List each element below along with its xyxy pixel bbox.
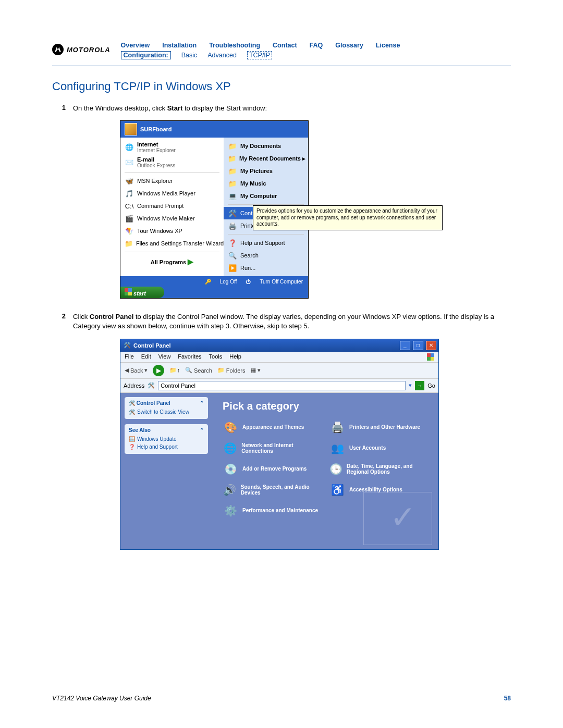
side-pane: 🛠️ Control Panel ⌃ 🛠️ Switch to Classic … <box>120 393 212 549</box>
app-icon: 🦋 <box>125 176 134 186</box>
nav-glossary[interactable]: Glossary <box>335 42 363 49</box>
category-item[interactable]: 🔊Sounds, Speech, and Audio Devices <box>223 482 321 498</box>
start-menu-username: SURFboard <box>140 126 172 132</box>
step-2-number: 2 <box>52 312 66 331</box>
nav-sub-basic[interactable]: Basic <box>181 52 198 59</box>
nav-installation[interactable]: Installation <box>162 42 197 49</box>
page-number: 58 <box>504 695 511 702</box>
start-menu-left-item[interactable]: 🌐InternetInternet Explorer <box>120 140 224 155</box>
menu-tools[interactable]: Tools <box>209 353 223 361</box>
help-support-link[interactable]: ❓ Help and Support <box>129 443 204 451</box>
nav-license[interactable]: License <box>376 42 400 49</box>
start-menu-left-item[interactable]: 📁Files and Settings Transfer Wizard <box>120 237 224 250</box>
nav-sub-tcpip[interactable]: TCP/IP <box>247 51 272 59</box>
window-titlebar: 🛠️ Control Panel _ □ ✕ <box>120 339 438 352</box>
step-2: 2 Click Control Panel to display the Con… <box>52 312 511 331</box>
all-programs-button[interactable]: All Programs ▶ <box>120 254 224 269</box>
category-icon: 👥 <box>329 440 345 456</box>
category-item[interactable]: 💿Add or Remove Programs <box>223 461 321 477</box>
turnoff-button[interactable]: ⏻ Turn Off Computer <box>246 279 303 285</box>
address-input[interactable] <box>158 381 406 390</box>
start-menu-footer: 🔑 Log Off ⏻ Turn Off Computer <box>120 276 308 287</box>
start-menu-right-pane: 📁My Documents📁My Recent Documents ▸📁My P… <box>224 138 308 276</box>
folder-icon: 📁 <box>228 179 237 188</box>
category-icon: 💿 <box>223 461 238 477</box>
menu-view[interactable]: View <box>158 353 171 361</box>
start-menu-left-item[interactable]: 🪁Tour Windows XP <box>120 225 224 237</box>
start-menu-left-item[interactable]: ✉️E-mailOutlook Express <box>120 155 224 170</box>
category-icon: ⚙️ <box>223 503 238 519</box>
nav-configuration-label[interactable]: Configuration: <box>121 51 171 59</box>
nav-sub-advanced[interactable]: Advanced <box>207 52 237 59</box>
address-dropdown[interactable]: ▾ <box>409 382 412 389</box>
start-menu-left-item[interactable]: 🎬Windows Movie Maker <box>120 212 224 225</box>
switch-classic-view-link[interactable]: 🛠️ Switch to Classic View <box>129 408 204 416</box>
address-bar: Address 🛠️ ▾ → Go <box>120 379 438 393</box>
views-button[interactable]: ▦ ▾ <box>251 367 261 374</box>
app-icon: C:\ <box>125 201 134 211</box>
header-divider <box>52 66 511 66</box>
pick-category-title: Pick a category <box>223 400 428 412</box>
menu-file[interactable]: File <box>125 353 134 361</box>
nav-contact[interactable]: Contact <box>273 42 297 49</box>
start-menu-right-item[interactable]: 📁My Documents <box>224 140 308 152</box>
side-panel-control-panel: 🛠️ Control Panel ⌃ 🛠️ Switch to Classic … <box>125 397 208 419</box>
start-button[interactable]: start <box>120 287 308 298</box>
category-item[interactable]: 🌐Network and Internet Connections <box>223 440 321 456</box>
category-icon: 🔊 <box>223 482 237 498</box>
start-menu-right-item[interactable]: 🔍Search <box>224 249 308 262</box>
address-label: Address <box>124 382 144 389</box>
folder-icon: 🖨️ <box>228 221 237 230</box>
motorola-batwing-icon <box>52 44 64 55</box>
category-item[interactable]: 🕒Date, Time, Language, and Regional Opti… <box>329 461 428 477</box>
category-item[interactable]: 👥User Accounts <box>329 440 428 456</box>
back-button[interactable]: ◀ Back ▾ <box>125 367 148 374</box>
up-button[interactable]: 📁↑ <box>169 367 180 374</box>
start-menu-right-item[interactable]: 📁My Music <box>224 177 308 190</box>
start-menu-screenshot: SURFboard 🌐InternetInternet Explorer✉️E-… <box>120 120 309 299</box>
search-button[interactable]: 🔍 Search <box>185 367 212 374</box>
menu-favorites[interactable]: Favorites <box>178 353 201 361</box>
category-item[interactable]: ⚙️Performance and Maintenance <box>223 503 321 519</box>
nav-faq[interactable]: FAQ <box>310 42 323 49</box>
folder-icon: 💻 <box>228 191 237 201</box>
menu-edit[interactable]: Edit <box>141 353 151 361</box>
brand-logo: MOTOROLA <box>52 42 111 55</box>
close-button[interactable]: ✕ <box>426 341 436 350</box>
control-panel-icon: 🛠️ <box>148 382 155 389</box>
collapse-icon[interactable]: ⌃ <box>200 427 204 433</box>
control-panel-icon: 🛠️ <box>124 342 131 349</box>
folders-button[interactable]: 📁 Folders <box>217 367 246 374</box>
start-menu-left-item[interactable]: 🦋MSN Explorer <box>120 175 224 187</box>
start-menu-user-banner: SURFboard <box>120 121 308 138</box>
nav-overview[interactable]: Overview <box>121 42 150 49</box>
forward-button[interactable]: ▶ <box>153 365 164 376</box>
collapse-icon[interactable]: ⌃ <box>200 400 204 406</box>
category-item[interactable]: 🎨Appearance and Themes <box>223 419 321 435</box>
go-button[interactable]: → <box>415 381 424 390</box>
maximize-button[interactable]: □ <box>413 341 423 350</box>
window-title: Control Panel <box>133 342 171 349</box>
folder-icon: 🔍 <box>228 251 237 260</box>
minimize-button[interactable]: _ <box>400 341 410 350</box>
windows-update-link[interactable]: 🪟 Windows Update <box>129 435 204 443</box>
category-item[interactable]: 🖨️Printers and Other Hardware <box>329 419 428 435</box>
start-menu-right-item[interactable]: ❓Help and Support <box>224 237 308 249</box>
menu-help[interactable]: Help <box>229 353 241 361</box>
category-icon: ♿ <box>329 482 345 498</box>
start-menu-right-item[interactable]: 💻My Computer <box>224 190 308 202</box>
start-menu-left-item[interactable]: C:\Command Prompt <box>120 200 224 212</box>
start-menu-right-item[interactable]: ▶️Run... <box>224 262 308 274</box>
nav-troubleshooting[interactable]: Troubleshooting <box>209 42 260 49</box>
category-icon: 🖨️ <box>329 419 345 435</box>
start-menu-right-item[interactable]: 📁My Recent Documents ▸ <box>224 152 308 165</box>
start-menu-right-item[interactable]: 📁My Pictures <box>224 165 308 177</box>
category-icon: 🕒 <box>329 461 342 477</box>
start-menu-left-item[interactable]: 🎵Windows Media Player <box>120 187 224 200</box>
app-icon: 🎬 <box>125 214 134 223</box>
step-1-text: On the Windows desktop, click Start to d… <box>73 104 511 113</box>
app-icon: ✉️ <box>125 158 134 167</box>
logoff-button[interactable]: 🔑 Log Off <box>205 279 237 285</box>
go-label: Go <box>427 382 435 389</box>
step-1: 1 On the Windows desktop, click Start to… <box>52 104 511 113</box>
